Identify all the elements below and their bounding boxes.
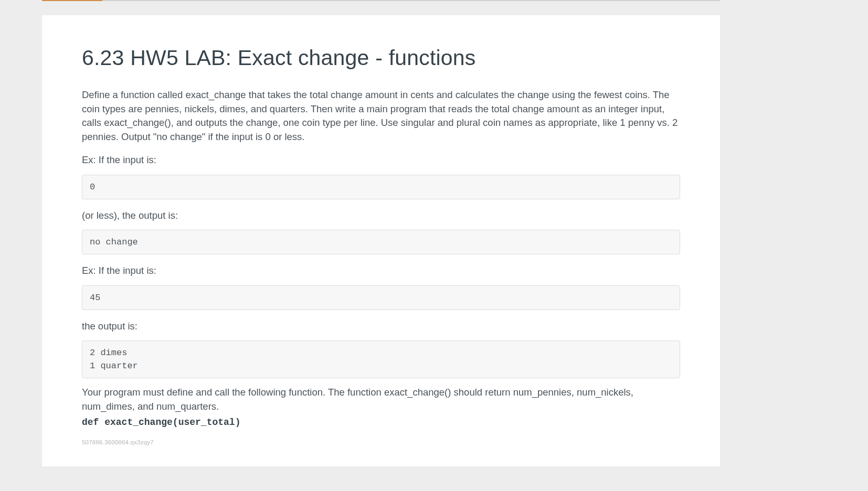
page: 6.23 HW5 LAB: Exact change - functions D… <box>0 0 868 491</box>
closing-text: Your program must define and call the fo… <box>82 387 633 412</box>
example-2-input: 45 <box>82 285 680 310</box>
top-divider <box>42 0 720 1</box>
top-divider-accent <box>42 0 102 1</box>
content-card: 6.23 HW5 LAB: Exact change - functions D… <box>42 15 720 466</box>
example-1-mid: (or less), the output is: <box>82 209 680 223</box>
footer-code: 507886.3600864.qx3zqy7 <box>82 439 680 445</box>
example-2-output: 2 dimes 1 quarter <box>82 340 680 378</box>
example-2-mid: the output is: <box>82 319 680 334</box>
example-1-label: Ex: If the input is: <box>82 153 680 167</box>
example-1-input: 0 <box>82 175 680 199</box>
page-title: 6.23 HW5 LAB: Exact change - functions <box>82 46 680 70</box>
intro-paragraph: Define a function called exact_change th… <box>82 88 680 144</box>
closing-paragraph: Your program must define and call the fo… <box>82 386 680 430</box>
example-1-output: no change <box>82 230 680 254</box>
function-signature: def exact_change(user_total) <box>82 415 680 430</box>
example-2-label: Ex: If the input is: <box>82 264 680 278</box>
